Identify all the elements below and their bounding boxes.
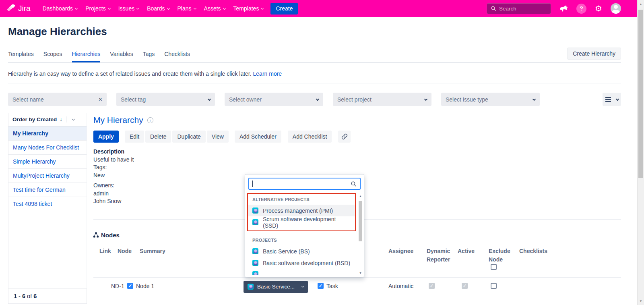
- nav-item-boards[interactable]: Boards: [147, 5, 169, 12]
- scrollbar-thumb[interactable]: [638, 10, 643, 178]
- sidebar-item-test-4098[interactable]: Test 4098 ticket: [8, 197, 87, 211]
- dropdown-item-partial[interactable]: [248, 269, 355, 275]
- project-avatar-icon: [252, 260, 258, 266]
- tab-tags[interactable]: Tags: [143, 51, 155, 62]
- add-checklist-button[interactable]: Add Checklist: [288, 131, 332, 143]
- duplicate-button[interactable]: Duplicate: [172, 131, 205, 143]
- dropdown-scrollbar[interactable]: ▲ ▼: [358, 194, 363, 275]
- create-hierarchy-button[interactable]: Create Hierarchy: [567, 48, 621, 60]
- gear-icon[interactable]: ⚙: [595, 4, 602, 12]
- intro-text-row: Hierarchy is an easy way to define a set…: [8, 63, 621, 83]
- help-icon[interactable]: ?: [576, 4, 586, 14]
- chevron-down-icon: [261, 6, 264, 9]
- nav-item-assets[interactable]: Assets: [204, 5, 225, 12]
- sidebar-item-many-nodes[interactable]: Many Nodes For Checklist: [8, 141, 87, 155]
- description-value: Useful to have it: [93, 156, 621, 164]
- tags-label: Tags:: [93, 164, 621, 172]
- search-icon: [351, 181, 357, 187]
- learn-more-link[interactable]: Learn more: [253, 71, 282, 77]
- tab-checklists[interactable]: Checklists: [164, 51, 190, 62]
- select-issue-type-dropdown[interactable]: Select issue type: [441, 93, 540, 106]
- jira-logo[interactable]: Jira: [7, 4, 31, 13]
- dropdown-item-pmi[interactable]: Process management (PMI): [248, 205, 355, 216]
- scroll-up-icon[interactable]: ▲: [358, 195, 363, 197]
- node-checkbox[interactable]: [127, 283, 133, 289]
- avatar[interactable]: [611, 3, 621, 14]
- node-label[interactable]: Node 1: [136, 283, 154, 289]
- scroll-down-icon[interactable]: ▼: [358, 272, 363, 274]
- apply-button[interactable]: Apply: [93, 131, 119, 143]
- scroll-up-icon[interactable]: ▲: [638, 1, 644, 7]
- tab-scopes[interactable]: Scopes: [43, 51, 62, 62]
- page-title: Manage Hierarchies: [8, 25, 621, 38]
- issue-type-checkbox[interactable]: [318, 283, 324, 289]
- dropdown-item-ssd[interactable]: Scrum software development (SSD): [248, 216, 355, 228]
- info-icon[interactable]: i: [147, 117, 153, 123]
- tab-templates[interactable]: Templates: [8, 51, 34, 62]
- clear-icon[interactable]: ×: [99, 96, 102, 103]
- row-project-value: Basic Service...: [257, 284, 295, 290]
- create-button[interactable]: Create: [270, 3, 298, 15]
- dropdown-search-box[interactable]: [248, 178, 361, 190]
- nav-item-plans[interactable]: Plans: [178, 5, 196, 12]
- add-scheduler-button[interactable]: Add Scheduler: [235, 131, 281, 143]
- select-project-dropdown[interactable]: Select project: [333, 93, 431, 106]
- sidebar-item-simple-hierarchy[interactable]: Simple Hierarchy: [8, 155, 87, 169]
- view-button[interactable]: View: [207, 131, 229, 143]
- row-project-select[interactable]: Basic Service...: [244, 281, 308, 293]
- sidebar-item-my-hierarchy[interactable]: My Hierarchy: [8, 127, 87, 141]
- exclude-node-header-checkbox[interactable]: [491, 264, 497, 270]
- tab-hierarchies[interactable]: Hierarchies: [72, 51, 101, 62]
- chevron-down-icon: [424, 97, 427, 100]
- copy-link-button[interactable]: [338, 131, 351, 143]
- filters-bar: Select name × Select tag Select owner Se…: [8, 93, 621, 106]
- nav-item-projects[interactable]: Projects: [85, 5, 110, 12]
- nav-item-templates[interactable]: Templates: [233, 5, 264, 12]
- dropdown-item-bs[interactable]: Basic Service (BS): [248, 245, 355, 257]
- nav-item-issues[interactable]: Issues: [118, 5, 139, 12]
- sort-direction-icon[interactable]: ↓: [60, 116, 62, 122]
- nav-item-dashboards[interactable]: Dashboards: [43, 5, 78, 12]
- global-search[interactable]: [487, 3, 551, 14]
- hierarchy-list-sidebar: Order by Created ↓ My Hierarchy Many Nod…: [8, 113, 87, 304]
- scroll-down-icon[interactable]: ▼: [638, 298, 644, 304]
- column-link: Link: [99, 247, 111, 255]
- select-tag-dropdown[interactable]: Select tag: [116, 93, 215, 106]
- search-input[interactable]: [499, 6, 547, 12]
- search-icon: [491, 6, 496, 11]
- project-select-dropdown: ALTERNATIVE PROJECTS Process management …: [245, 174, 364, 277]
- menu-icon: [605, 99, 611, 100]
- dropdown-item-bsd[interactable]: Basic software development (BSD): [248, 257, 355, 269]
- node-link[interactable]: ND-1: [111, 283, 124, 289]
- tab-variables[interactable]: Variables: [110, 51, 133, 62]
- delete-button[interactable]: Delete: [145, 131, 171, 143]
- chevron-down-icon: [301, 285, 304, 288]
- column-node: Node: [118, 247, 132, 255]
- select-name-placeholder: Select name: [12, 96, 99, 103]
- project-avatar-icon: [252, 219, 258, 225]
- sidebar-item-multyproject[interactable]: MultyProject Hierarchy: [8, 169, 87, 183]
- dropdown-group-projects: PROJECTS Basic Service (BS) Basic softwa…: [248, 234, 355, 275]
- select-owner-dropdown[interactable]: Select owner: [225, 93, 323, 106]
- dropdown-search-input[interactable]: [253, 181, 351, 187]
- sidebar-item-test-time[interactable]: Test time for German: [8, 183, 87, 197]
- chevron-down-icon[interactable]: [72, 118, 75, 120]
- divider: [66, 116, 66, 122]
- scrollbar-thumb[interactable]: [359, 201, 362, 241]
- megaphone-icon[interactable]: [559, 4, 568, 13]
- chevron-down-icon: [615, 97, 619, 100]
- exclude-node-checkbox[interactable]: [491, 283, 497, 289]
- select-tag-placeholder: Select tag: [121, 96, 206, 103]
- edit-button[interactable]: Edit: [125, 131, 144, 143]
- dropdown-item-label: Scrum software development (SSD): [263, 216, 351, 229]
- order-by-control[interactable]: Order by Created ↓: [8, 113, 87, 127]
- chevron-down-icon: [136, 6, 139, 9]
- select-name-input[interactable]: Select name ×: [8, 93, 107, 106]
- assignee-value: Automatic: [388, 283, 413, 289]
- list-options-button[interactable]: [603, 93, 621, 106]
- page-scrollbar[interactable]: ▲ ▼: [637, 0, 644, 305]
- hierarchy-actions: Apply Edit Delete Duplicate View Add Sch…: [93, 131, 621, 143]
- select-issue-type-placeholder: Select issue type: [446, 96, 530, 103]
- dropdown-item-label: Basic Service (BS): [263, 248, 310, 255]
- column-dynamic-reporter: Dynamic Reporter: [427, 247, 456, 264]
